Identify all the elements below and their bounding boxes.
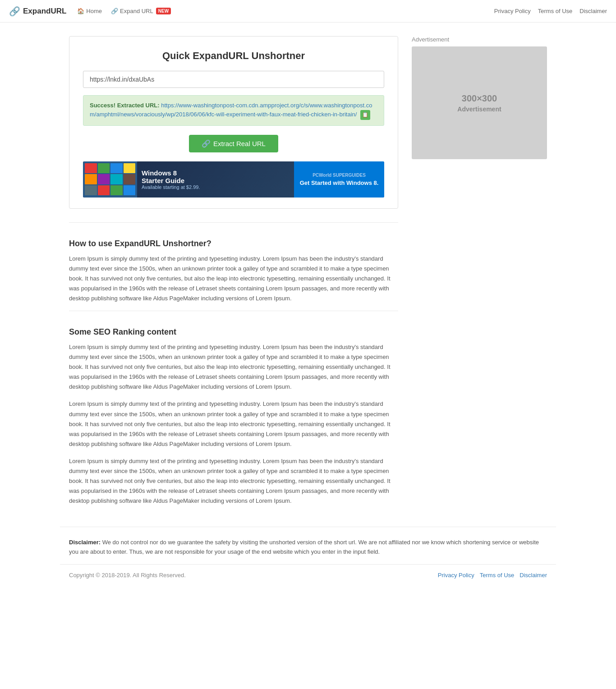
sidebar-ad-box: 300×300 Advertisement	[412, 46, 547, 159]
extract-button[interactable]: 🔗 Extract Real URL	[189, 135, 278, 152]
footer-bottom: Copyright © 2018-2019. All Rights Reserv…	[60, 564, 556, 586]
link-icon: 🔗	[111, 8, 118, 14]
tile-11	[110, 185, 123, 196]
footer-links: Privacy Policy Terms of Use Disclaimer	[438, 572, 547, 579]
tile-1	[85, 163, 97, 174]
navbar-right: Privacy Policy Terms of Use Disclaimer	[494, 8, 607, 14]
ad-tiles	[83, 161, 137, 198]
ad-cta-text: Get Started with Windows 8.	[300, 179, 379, 186]
home-icon: 🏠	[77, 8, 84, 14]
ad-banner-inner: Windows 8 Starter Guide Available starti…	[83, 161, 384, 198]
ad-subtitle: Starter Guide	[142, 177, 290, 184]
footer-disclaimer[interactable]: Disclaimer	[519, 572, 547, 579]
ad-cta: PCWorld SUPERGUIDES Get Started with Win…	[294, 161, 384, 198]
seo-divider	[69, 311, 398, 311]
how-to-title: How to use ExpandURL Unshortner?	[69, 230, 398, 248]
footer-disclaimer: Disclaimer: We do not control nor do we …	[60, 527, 556, 564]
nav-disclaimer[interactable]: Disclaimer	[579, 8, 607, 14]
copy-button[interactable]: 📋	[360, 110, 370, 120]
new-badge: NEW	[156, 8, 171, 14]
content-area: Quick ExpandURL Unshortner Success! Extr…	[69, 36, 398, 513]
seo-body-2: Lorem Ipsum is simply dummy text of the …	[69, 399, 398, 449]
footer-privacy-policy[interactable]: Privacy Policy	[438, 572, 474, 579]
tile-12	[124, 185, 136, 196]
nav-terms-of-use[interactable]: Terms of Use	[538, 8, 573, 14]
tile-9	[85, 185, 97, 196]
tile-5	[85, 174, 97, 184]
navbar: 🔗 ExpandURL 🏠 Home 🔗 Expand URL NEW Priv…	[0, 0, 616, 23]
nav-links: 🏠 Home 🔗 Expand URL NEW	[74, 6, 175, 16]
copyright: Copyright © 2018-2019. All Rights Reserv…	[69, 572, 186, 579]
extract-button-label: Extract Real URL	[213, 140, 266, 147]
success-label: Success! Extracted URL:	[90, 102, 160, 109]
success-box: Success! Extracted URL: https://www-wash…	[83, 95, 384, 126]
footer-terms-of-use[interactable]: Terms of Use	[480, 572, 515, 579]
nav-expand-url[interactable]: 🔗 Expand URL NEW	[107, 6, 175, 16]
seo-body-1: Lorem Ipsum is simply dummy text of the …	[69, 342, 398, 392]
nav-home-label: Home	[86, 8, 102, 14]
sidebar-ad-size: 300×300	[462, 93, 497, 104]
seo-title: Some SEO Ranking content	[69, 318, 398, 337]
ad-brand: PCWorld SUPERGUIDES	[313, 173, 366, 178]
sidebar-ad-sub: Advertisement	[457, 106, 501, 113]
disclaimer-text: We do not control nor do we guarantee th…	[69, 539, 539, 555]
ad-title: Windows 8	[142, 169, 290, 177]
ad-price: Available starting at $2.99.	[142, 184, 290, 190]
nav-expand-label: Expand URL	[120, 8, 153, 14]
tile-10	[98, 185, 110, 196]
ad-banner: Windows 8 Starter Guide Available starti…	[83, 161, 384, 198]
tile-6	[98, 174, 110, 184]
tile-2	[98, 163, 110, 174]
disclaimer-label: Disclaimer:	[69, 539, 101, 546]
nav-privacy-policy[interactable]: Privacy Policy	[494, 8, 531, 14]
tile-8	[124, 174, 136, 184]
tool-card: Quick ExpandURL Unshortner Success! Extr…	[69, 36, 398, 209]
nav-home[interactable]: 🏠 Home	[74, 6, 106, 16]
brand-name: ExpandURL	[23, 7, 66, 16]
brand-logo[interactable]: 🔗 ExpandURL	[9, 6, 66, 17]
sidebar: Advertisement 300×300 Advertisement	[412, 36, 547, 159]
url-input[interactable]	[83, 71, 384, 88]
tile-3	[110, 163, 123, 174]
how-to-divider	[69, 222, 398, 223]
extract-icon: 🔗	[202, 139, 211, 148]
tile-7	[110, 174, 123, 184]
navbar-left: 🔗 ExpandURL 🏠 Home 🔗 Expand URL NEW	[9, 6, 175, 17]
how-to-body: Lorem Ipsum is simply dummy text of the …	[69, 254, 398, 303]
extract-btn-wrap: 🔗 Extract Real URL	[83, 135, 384, 152]
main-wrapper: Quick ExpandURL Unshortner Success! Extr…	[60, 23, 556, 527]
seo-body-3: Lorem Ipsum is simply dummy text of the …	[69, 456, 398, 506]
tile-4	[124, 163, 136, 174]
ad-text-area: Windows 8 Starter Guide Available starti…	[137, 165, 294, 193]
tool-title: Quick ExpandURL Unshortner	[83, 50, 384, 62]
sidebar-ad-label: Advertisement	[412, 36, 547, 43]
brand-icon: 🔗	[9, 6, 20, 17]
